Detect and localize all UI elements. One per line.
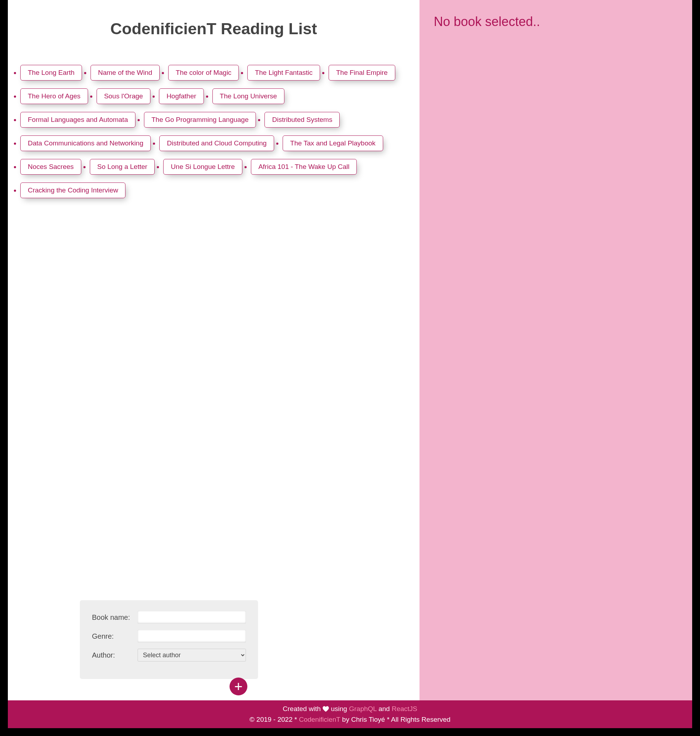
book-item[interactable]: The Light Fantastic — [247, 65, 320, 81]
book-item[interactable]: Hogfather — [159, 88, 203, 104]
add-book-form: Book name: Genre: Author: Select author … — [80, 600, 258, 679]
footer: Created with using GraphQL and ReactJS ©… — [8, 700, 692, 728]
main-panel: CodenificienT Reading List The Long Eart… — [8, 0, 419, 700]
book-item[interactable]: The Tax and Legal Playbook — [282, 135, 383, 151]
book-item[interactable]: Data Communications and Networking — [20, 135, 151, 151]
add-book-button[interactable]: + — [229, 677, 247, 695]
footer-text: by Chris Tioyé * All Rights Reserved — [340, 716, 450, 723]
book-item[interactable]: Name of the Wind — [91, 65, 160, 81]
book-item[interactable]: The Long Universe — [212, 88, 285, 104]
footer-text: and — [377, 705, 392, 712]
heart-icon — [322, 706, 329, 714]
book-name-input[interactable] — [138, 611, 246, 624]
book-name-label: Book name: — [92, 613, 138, 621]
detail-panel: No book selected.. — [419, 0, 692, 700]
reactjs-link[interactable]: ReactJS — [392, 705, 418, 712]
book-item[interactable]: Cracking the Coding Interview — [20, 182, 125, 198]
footer-text: using — [329, 705, 349, 712]
book-item[interactable]: The color of Magic — [168, 65, 239, 81]
footer-line-2: © 2019 - 2022 * CodenificienT by Chris T… — [250, 716, 450, 724]
footer-line-1: Created with using GraphQL and ReactJS — [282, 705, 417, 714]
book-item[interactable]: Une Si Longue Lettre — [163, 159, 243, 175]
genre-label: Genre: — [92, 632, 138, 641]
footer-text: © 2019 - 2022 * — [250, 716, 299, 723]
author-label: Author: — [92, 651, 138, 660]
book-item[interactable]: Noces Sacrees — [20, 159, 81, 175]
book-item[interactable]: The Long Earth — [20, 65, 82, 81]
no-book-selected-message: No book selected.. — [434, 14, 678, 29]
book-item[interactable]: So Long a Letter — [90, 159, 155, 175]
book-list: The Long EarthName of the WindThe color … — [20, 65, 407, 198]
codenificient-link[interactable]: CodenificienT — [299, 716, 340, 723]
book-item[interactable]: Sous l'Orage — [97, 88, 150, 104]
footer-text: Created with — [282, 705, 322, 712]
book-item[interactable]: Distributed and Cloud Computing — [159, 135, 274, 151]
book-item[interactable]: Distributed Systems — [265, 112, 340, 128]
book-item[interactable]: Africa 101 - The Wake Up Call — [251, 159, 357, 175]
genre-input[interactable] — [138, 630, 246, 643]
graphql-link[interactable]: GraphQL — [349, 705, 376, 712]
book-item[interactable]: The Go Programming Language — [144, 112, 256, 128]
book-item[interactable]: Formal Languages and Automata — [20, 112, 135, 128]
page-title: CodenificienT Reading List — [20, 20, 407, 38]
author-select[interactable]: Select author — [138, 649, 246, 661]
book-item[interactable]: The Hero of Ages — [20, 88, 88, 104]
book-item[interactable]: The Final Empire — [329, 65, 395, 81]
